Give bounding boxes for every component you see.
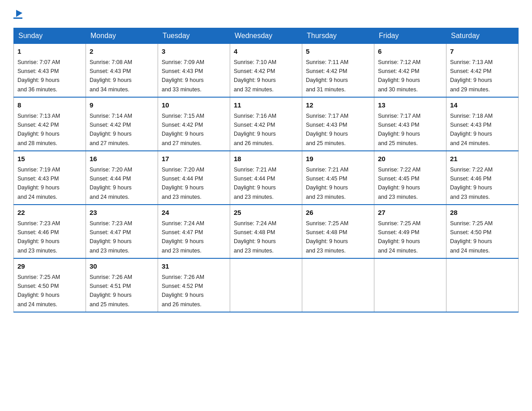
day-number: 9 <box>90 100 154 111</box>
day-info: Sunrise: 7:11 AMSunset: 4:42 PMDaylight:… <box>306 59 348 93</box>
day-info: Sunrise: 7:24 AMSunset: 4:48 PMDaylight:… <box>234 220 276 254</box>
calendar-day-cell: 3 Sunrise: 7:09 AMSunset: 4:43 PMDayligh… <box>158 44 230 98</box>
calendar-day-cell: 6 Sunrise: 7:12 AMSunset: 4:42 PMDayligh… <box>374 44 446 98</box>
day-info: Sunrise: 7:18 AMSunset: 4:43 PMDaylight:… <box>450 113 493 146</box>
day-number: 25 <box>234 208 298 218</box>
calendar-day-cell: 10 Sunrise: 7:15 AMSunset: 4:42 PMDaylig… <box>158 97 230 151</box>
calendar-day-cell: 4 Sunrise: 7:10 AMSunset: 4:42 PMDayligh… <box>230 44 302 98</box>
day-info: Sunrise: 7:25 AMSunset: 4:50 PMDaylight:… <box>17 274 60 308</box>
col-header-wednesday: Wednesday <box>230 28 302 44</box>
calendar-day-cell: 11 Sunrise: 7:16 AMSunset: 4:42 PMDaylig… <box>230 97 302 151</box>
calendar-day-cell: 14 Sunrise: 7:18 AMSunset: 4:43 PMDaylig… <box>446 97 519 151</box>
calendar-day-cell: 30 Sunrise: 7:26 AMSunset: 4:51 PMDaylig… <box>86 258 158 312</box>
day-info: Sunrise: 7:20 AMSunset: 4:44 PMDaylight:… <box>90 167 132 200</box>
svg-marker-0 <box>16 10 22 17</box>
calendar-header-row: SundayMondayTuesdayWednesdayThursdayFrid… <box>14 28 519 44</box>
day-number: 30 <box>90 261 154 272</box>
day-info: Sunrise: 7:24 AMSunset: 4:47 PMDaylight:… <box>162 220 204 254</box>
day-number: 18 <box>234 154 298 164</box>
day-number: 15 <box>17 154 82 164</box>
day-info: Sunrise: 7:21 AMSunset: 4:45 PMDaylight:… <box>306 167 348 200</box>
calendar-table: SundayMondayTuesdayWednesdayThursdayFrid… <box>13 28 519 313</box>
calendar-day-cell: 7 Sunrise: 7:13 AMSunset: 4:42 PMDayligh… <box>446 44 519 98</box>
day-info: Sunrise: 7:21 AMSunset: 4:44 PMDaylight:… <box>234 167 276 200</box>
calendar-day-cell: 19 Sunrise: 7:21 AMSunset: 4:45 PMDaylig… <box>302 151 374 205</box>
day-number: 27 <box>378 208 442 218</box>
day-number: 5 <box>306 47 370 57</box>
logo-triangle-icon <box>14 9 22 17</box>
day-info: Sunrise: 7:08 AMSunset: 4:43 PMDaylight:… <box>90 59 132 93</box>
calendar-week-row: 29 Sunrise: 7:25 AMSunset: 4:50 PMDaylig… <box>14 258 519 312</box>
page-header <box>13 9 519 19</box>
calendar-week-row: 8 Sunrise: 7:13 AMSunset: 4:42 PMDayligh… <box>14 97 519 151</box>
day-info: Sunrise: 7:26 AMSunset: 4:51 PMDaylight:… <box>90 274 132 308</box>
calendar-week-row: 22 Sunrise: 7:23 AMSunset: 4:46 PMDaylig… <box>14 205 519 258</box>
day-number: 22 <box>17 208 82 218</box>
calendar-day-cell: 12 Sunrise: 7:17 AMSunset: 4:43 PMDaylig… <box>302 97 374 151</box>
day-number: 10 <box>162 100 226 111</box>
day-number: 17 <box>162 154 226 164</box>
calendar-day-cell: 29 Sunrise: 7:25 AMSunset: 4:50 PMDaylig… <box>14 258 86 312</box>
calendar-day-cell: 2 Sunrise: 7:08 AMSunset: 4:43 PMDayligh… <box>86 44 158 98</box>
calendar-day-cell: 9 Sunrise: 7:14 AMSunset: 4:42 PMDayligh… <box>86 97 158 151</box>
day-number: 24 <box>162 208 226 218</box>
calendar-day-cell: 16 Sunrise: 7:20 AMSunset: 4:44 PMDaylig… <box>86 151 158 205</box>
day-number: 20 <box>378 154 442 164</box>
day-info: Sunrise: 7:15 AMSunset: 4:42 PMDaylight:… <box>162 113 204 146</box>
day-number: 29 <box>17 261 82 272</box>
day-number: 4 <box>234 47 298 57</box>
day-number: 3 <box>162 47 226 57</box>
col-header-thursday: Thursday <box>302 28 374 44</box>
day-number: 13 <box>378 100 442 111</box>
day-info: Sunrise: 7:13 AMSunset: 4:42 PMDaylight:… <box>17 113 60 146</box>
calendar-day-cell: 13 Sunrise: 7:17 AMSunset: 4:43 PMDaylig… <box>374 97 446 151</box>
calendar-day-cell <box>446 258 519 312</box>
day-number: 23 <box>90 208 154 218</box>
day-info: Sunrise: 7:12 AMSunset: 4:42 PMDaylight:… <box>378 59 420 93</box>
calendar-day-cell: 1 Sunrise: 7:07 AMSunset: 4:43 PMDayligh… <box>14 44 86 98</box>
col-header-friday: Friday <box>374 28 446 44</box>
day-number: 28 <box>450 208 515 218</box>
day-info: Sunrise: 7:13 AMSunset: 4:42 PMDaylight:… <box>450 59 493 93</box>
day-number: 26 <box>306 208 370 218</box>
day-info: Sunrise: 7:14 AMSunset: 4:42 PMDaylight:… <box>90 113 132 146</box>
day-info: Sunrise: 7:20 AMSunset: 4:44 PMDaylight:… <box>162 167 204 200</box>
col-header-sunday: Sunday <box>14 28 86 44</box>
calendar-day-cell: 5 Sunrise: 7:11 AMSunset: 4:42 PMDayligh… <box>302 44 374 98</box>
logo <box>13 9 22 19</box>
calendar-week-row: 1 Sunrise: 7:07 AMSunset: 4:43 PMDayligh… <box>14 44 519 98</box>
day-info: Sunrise: 7:17 AMSunset: 4:43 PMDaylight:… <box>378 113 420 146</box>
calendar-day-cell: 8 Sunrise: 7:13 AMSunset: 4:42 PMDayligh… <box>14 97 86 151</box>
day-info: Sunrise: 7:17 AMSunset: 4:43 PMDaylight:… <box>306 113 348 146</box>
day-number: 31 <box>162 261 226 272</box>
calendar-day-cell: 31 Sunrise: 7:26 AMSunset: 4:52 PMDaylig… <box>158 258 230 312</box>
day-info: Sunrise: 7:22 AMSunset: 4:46 PMDaylight:… <box>450 167 493 200</box>
day-number: 2 <box>90 47 154 57</box>
day-info: Sunrise: 7:26 AMSunset: 4:52 PMDaylight:… <box>162 274 204 308</box>
day-number: 16 <box>90 154 154 164</box>
calendar-day-cell: 25 Sunrise: 7:24 AMSunset: 4:48 PMDaylig… <box>230 205 302 258</box>
calendar-day-cell: 23 Sunrise: 7:23 AMSunset: 4:47 PMDaylig… <box>86 205 158 258</box>
col-header-monday: Monday <box>86 28 158 44</box>
calendar-day-cell: 28 Sunrise: 7:25 AMSunset: 4:50 PMDaylig… <box>446 205 519 258</box>
calendar-day-cell <box>302 258 374 312</box>
day-info: Sunrise: 7:09 AMSunset: 4:43 PMDaylight:… <box>162 59 204 93</box>
day-number: 14 <box>450 100 515 111</box>
day-number: 21 <box>450 154 515 164</box>
day-info: Sunrise: 7:25 AMSunset: 4:50 PMDaylight:… <box>450 220 493 254</box>
day-info: Sunrise: 7:25 AMSunset: 4:49 PMDaylight:… <box>378 220 420 254</box>
calendar-day-cell: 21 Sunrise: 7:22 AMSunset: 4:46 PMDaylig… <box>446 151 519 205</box>
calendar-day-cell: 22 Sunrise: 7:23 AMSunset: 4:46 PMDaylig… <box>14 205 86 258</box>
day-number: 6 <box>378 47 442 57</box>
calendar-day-cell: 27 Sunrise: 7:25 AMSunset: 4:49 PMDaylig… <box>374 205 446 258</box>
day-number: 8 <box>17 100 82 111</box>
calendar-day-cell: 26 Sunrise: 7:25 AMSunset: 4:48 PMDaylig… <box>302 205 374 258</box>
col-header-saturday: Saturday <box>446 28 519 44</box>
calendar-day-cell: 24 Sunrise: 7:24 AMSunset: 4:47 PMDaylig… <box>158 205 230 258</box>
col-header-tuesday: Tuesday <box>158 28 230 44</box>
day-info: Sunrise: 7:19 AMSunset: 4:43 PMDaylight:… <box>17 167 60 200</box>
day-info: Sunrise: 7:16 AMSunset: 4:42 PMDaylight:… <box>234 113 276 146</box>
calendar-day-cell: 20 Sunrise: 7:22 AMSunset: 4:45 PMDaylig… <box>374 151 446 205</box>
day-number: 7 <box>450 47 515 57</box>
day-info: Sunrise: 7:22 AMSunset: 4:45 PMDaylight:… <box>378 167 420 200</box>
